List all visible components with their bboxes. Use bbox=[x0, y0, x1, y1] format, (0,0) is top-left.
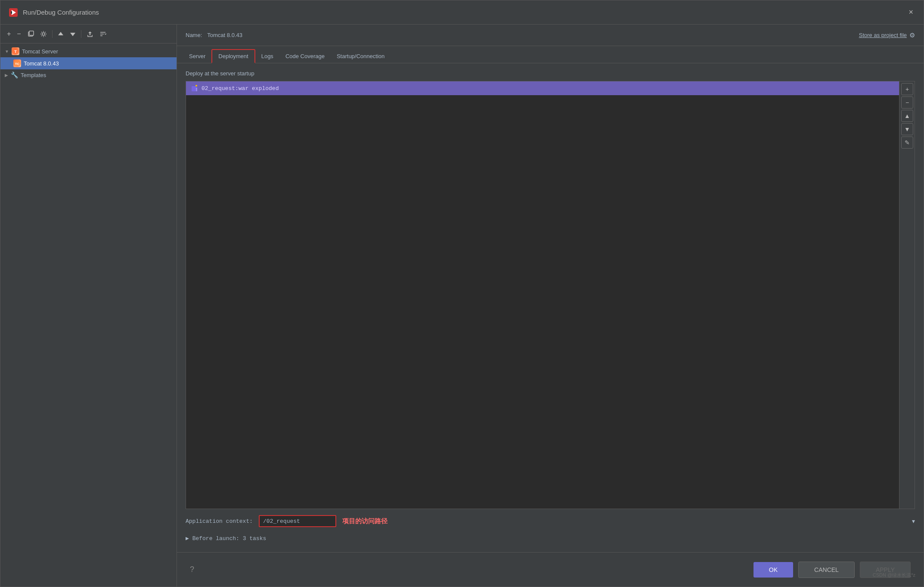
svg-text:TC: TC bbox=[15, 62, 20, 66]
tab-logs[interactable]: Logs bbox=[255, 50, 279, 63]
tab-server[interactable]: Server bbox=[183, 50, 211, 63]
watermark: CSDN @绿水长流*z bbox=[873, 572, 915, 578]
tab-code-coverage[interactable]: Code Coverage bbox=[279, 50, 331, 63]
tree-item-templates[interactable]: ▶ 🔧 Templates bbox=[0, 69, 177, 81]
remove-config-button[interactable]: − bbox=[15, 29, 23, 39]
before-launch-section[interactable]: ▶ Before launch: 3 tasks bbox=[186, 531, 915, 545]
toolbar-divider2 bbox=[81, 30, 81, 38]
tab-deployment[interactable]: Deployment bbox=[211, 49, 255, 63]
svg-rect-12 bbox=[192, 86, 196, 91]
move-up-button[interactable] bbox=[56, 30, 66, 38]
cancel-button[interactable]: CANCEL bbox=[798, 562, 855, 578]
templates-label: Templates bbox=[21, 72, 46, 78]
app-context-input[interactable] bbox=[263, 518, 332, 525]
tomcat-item-label: Tomcat 8.0.43 bbox=[24, 60, 59, 67]
svg-point-5 bbox=[42, 33, 45, 35]
ok-button[interactable]: OK bbox=[753, 562, 793, 578]
tabs-bar: Server Deployment Logs Code Coverage Sta… bbox=[177, 46, 924, 63]
deployment-item-label: 02_request:war exploded bbox=[202, 85, 279, 92]
tab-startup-connection[interactable]: Startup/Connection bbox=[331, 50, 391, 63]
section-label: Deploy at the server startup bbox=[186, 70, 915, 77]
right-panel: Name: Tomcat 8.0.43 Store as project fil… bbox=[177, 25, 924, 587]
tomcat-item-icon: TC bbox=[13, 59, 21, 67]
list-edit-button[interactable]: ✎ bbox=[901, 137, 913, 149]
list-up-button[interactable]: ▲ bbox=[901, 110, 913, 122]
app-context-label: Application context: bbox=[186, 518, 253, 525]
wrench-icon: 🔧 bbox=[11, 71, 18, 78]
dialog-title: Run/Debug Configurations bbox=[23, 9, 99, 16]
name-value: Tomcat 8.0.43 bbox=[207, 32, 242, 38]
app-context-dropdown-arrow[interactable]: ▾ bbox=[912, 518, 915, 525]
config-tree: ▼ T Tomcat Server bbox=[0, 43, 177, 587]
app-context-input-wrapper bbox=[259, 515, 336, 527]
tomcat-server-icon: T bbox=[12, 47, 19, 55]
share-button[interactable] bbox=[84, 29, 96, 39]
list-remove-button[interactable]: − bbox=[901, 96, 913, 109]
svg-rect-14 bbox=[196, 87, 197, 91]
title-bar: Run/Debug Configurations × bbox=[0, 0, 924, 25]
dialog-icon bbox=[7, 6, 19, 19]
add-config-button[interactable]: + bbox=[5, 29, 13, 39]
list-sidebar: + − ▲ ▼ ✎ bbox=[899, 81, 915, 509]
deployment-list: 02_request:war exploded bbox=[186, 81, 899, 509]
deployment-list-container: 02_request:war exploded + − ▲ ▼ ✎ bbox=[186, 81, 915, 509]
tree-group-tomcat-server[interactable]: ▼ T Tomcat Server bbox=[0, 45, 177, 57]
left-panel: + − bbox=[0, 25, 177, 587]
title-bar-left: Run/Debug Configurations bbox=[7, 6, 99, 19]
name-label: Name: bbox=[186, 32, 202, 38]
settings-button[interactable] bbox=[38, 29, 49, 39]
close-button[interactable]: × bbox=[905, 6, 917, 19]
help-icon[interactable]: ? bbox=[190, 565, 194, 574]
store-project-label: Store as project file bbox=[859, 32, 907, 38]
name-row: Name: Tomcat 8.0.43 Store as project fil… bbox=[177, 25, 924, 46]
store-gear-icon: ⚙ bbox=[909, 31, 915, 39]
toolbar-divider bbox=[52, 30, 53, 38]
tree-item-tomcat[interactable]: TC Tomcat 8.0.43 bbox=[0, 57, 177, 69]
expand-arrow: ▼ bbox=[5, 49, 9, 54]
app-context-row: Application context: 项目的访问路径 ▾ bbox=[186, 509, 915, 531]
list-add-button[interactable]: + bbox=[901, 83, 913, 95]
svg-rect-2 bbox=[11, 11, 12, 14]
war-exploded-icon bbox=[191, 85, 198, 92]
toolbar: + − bbox=[0, 25, 177, 43]
app-context-annotation: 项目的访问路径 bbox=[342, 517, 388, 525]
deployment-item[interactable]: 02_request:war exploded bbox=[186, 81, 899, 95]
svg-marker-6 bbox=[58, 32, 63, 35]
svg-marker-7 bbox=[70, 33, 75, 36]
tree-item-indent: TC Tomcat 8.0.43 bbox=[5, 59, 59, 67]
copy-config-button[interactable] bbox=[25, 29, 36, 39]
svg-text:T: T bbox=[14, 50, 17, 54]
dialog-body: + − bbox=[0, 25, 924, 587]
store-project-button[interactable]: Store as project file ⚙ bbox=[859, 31, 915, 39]
sort-button[interactable] bbox=[97, 29, 109, 39]
main-content: Deploy at the server startup bbox=[177, 63, 924, 552]
svg-rect-4 bbox=[29, 31, 34, 35]
tomcat-server-group-label: Tomcat Server bbox=[22, 48, 58, 55]
bottom-bar: ? OK CANCEL APPLY bbox=[177, 552, 924, 587]
before-launch-label: ▶ Before launch: 3 tasks bbox=[186, 535, 266, 542]
move-down-button[interactable] bbox=[68, 30, 78, 38]
templates-arrow: ▶ bbox=[5, 73, 8, 78]
run-debug-dialog: Run/Debug Configurations × + − bbox=[0, 0, 924, 587]
list-down-button[interactable]: ▼ bbox=[901, 123, 913, 135]
